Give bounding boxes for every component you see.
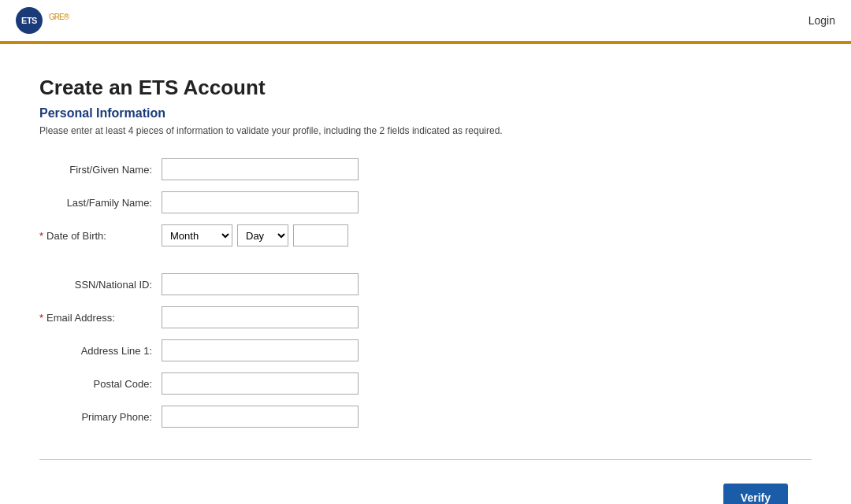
ssn-row: SSN/National ID: (39, 273, 512, 295)
form-spacer (39, 258, 512, 273)
postal-row: Postal Code: (39, 372, 512, 395)
ets-label: ETS (21, 16, 37, 25)
divider (39, 459, 812, 460)
dob-inputs: Month January February March April May J… (162, 224, 348, 246)
logo-container: ETS GRE® (16, 7, 69, 34)
month-select[interactable]: Month January February March April May J… (162, 224, 232, 246)
phone-input[interactable] (162, 406, 359, 428)
gre-logo: GRE® (49, 8, 69, 33)
postal-label: Postal Code: (39, 378, 162, 390)
phone-row: Primary Phone: (39, 406, 512, 428)
first-name-row: First/Given Name: (39, 158, 512, 180)
dob-label: * Date of Birth: (39, 230, 162, 242)
last-name-label: Last/Family Name: (39, 197, 162, 209)
phone-label: Primary Phone: (39, 411, 162, 423)
ssn-input[interactable] (162, 273, 359, 295)
instruction-text: Please enter at least 4 pieces of inform… (39, 125, 812, 136)
day-select[interactable]: Day for(let i=1;i<=31;i++) document.writ… (237, 224, 288, 246)
last-name-row: Last/Family Name: (39, 191, 512, 213)
verify-button[interactable]: Verify (723, 484, 788, 504)
address-label: Address Line 1: (39, 345, 162, 357)
postal-input[interactable] (162, 372, 359, 395)
gre-label: GRE (49, 13, 64, 21)
footer-area: Verify (39, 476, 812, 504)
first-name-input[interactable] (162, 158, 359, 180)
login-link[interactable]: Login (808, 14, 835, 27)
dob-required-asterisk: * (39, 230, 43, 242)
first-name-label: First/Given Name: (39, 164, 162, 176)
dob-row: * Date of Birth: Month January February … (39, 224, 512, 246)
email-input[interactable] (162, 306, 359, 328)
email-label: * Email Address: (39, 312, 162, 324)
ssn-label: SSN/National ID: (39, 279, 162, 291)
email-row: * Email Address: (39, 306, 512, 328)
form-section: First/Given Name: Last/Family Name: * Da… (39, 158, 512, 428)
header: ETS GRE® Login (0, 0, 851, 44)
login-label: Login (808, 14, 835, 27)
email-label-text: Email Address: (46, 312, 115, 324)
section-title: Personal Information (39, 106, 812, 120)
last-name-input[interactable] (162, 191, 359, 213)
ets-logo: ETS (16, 7, 43, 34)
address-row: Address Line 1: (39, 339, 512, 361)
main-content: Create an ETS Account Personal Informati… (0, 44, 851, 504)
page-title: Create an ETS Account (39, 76, 812, 100)
dob-label-text: Date of Birth: (46, 230, 106, 242)
year-input[interactable] (293, 224, 348, 246)
email-required-asterisk: * (39, 312, 43, 324)
address-input[interactable] (162, 339, 359, 361)
